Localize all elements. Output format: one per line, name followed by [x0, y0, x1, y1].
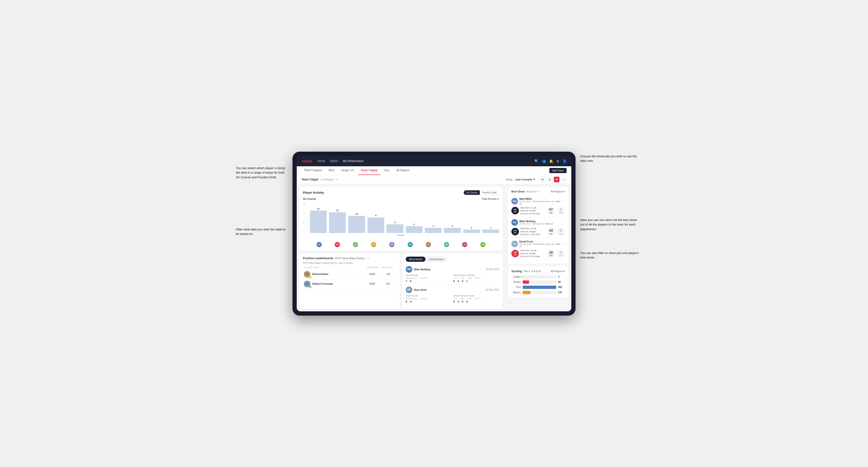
shot-chevron-3[interactable]: ›	[564, 242, 565, 246]
lb-drill[interactable]: PUTT Must Make Putting ... ▾	[335, 257, 396, 260]
tab-tour[interactable]: Tour	[381, 166, 392, 175]
act-practice-group-2: Total Practice Activities GTTAPPARGPUTT …	[453, 294, 499, 303]
avatar-9: RO	[480, 242, 486, 247]
shot-yds-2: 43 yds	[547, 228, 555, 236]
rank-badge-2: 2	[309, 285, 311, 288]
shot-avatar-3: DF	[512, 241, 518, 247]
act-avatar-1: BM	[406, 266, 412, 273]
shot-badge-2: 200SG	[512, 228, 519, 236]
edit-icon[interactable]: ✏	[336, 178, 338, 181]
chevron-down-icon: ▾	[564, 190, 565, 193]
nav-links: Home Teams My Performance	[317, 158, 529, 164]
tab-pgat-players[interactable]: PGAT Players	[302, 166, 325, 175]
bar-group-3: 9	[368, 214, 384, 233]
shot-yds-3: 16 yds	[547, 250, 555, 258]
lb-avg-2: 107	[381, 283, 395, 285]
shot-stats-row-2: 200SG Shot Dist: 43 ydsStart Lie: RoughE…	[512, 227, 565, 236]
bar-6[interactable]	[425, 228, 441, 233]
players-filter[interactable]: All Players ▾	[551, 270, 565, 273]
view-list-icon[interactable]: ⊟	[547, 177, 552, 182]
bar-group-0: 13	[310, 208, 327, 233]
shot-player-row-2: BM Blair McHarg 23 Jul 2023 · Ashridge G…	[512, 219, 565, 226]
toggle-on-course[interactable]: On Course	[464, 190, 480, 195]
bar-0[interactable]	[310, 211, 327, 233]
bar-group-8: 2	[463, 226, 480, 233]
bar-9[interactable]	[483, 229, 499, 233]
bar-1[interactable]	[329, 212, 346, 233]
users-icon[interactable]: 👥	[542, 159, 546, 163]
chevron-down-icon: ▾	[498, 197, 499, 200]
shot-chevron-1[interactable]: ›	[564, 199, 565, 203]
act-player-name-2: Rees Britt	[414, 288, 427, 291]
player-name-lb-2: Edward Crossman	[312, 283, 363, 285]
nav-link-teams[interactable]: Teams	[330, 158, 338, 164]
most-active-card: Most Active Least Active BM Blair McHarg…	[402, 253, 502, 309]
shot-desc-3: Shot Dist: 16 ydsStart Lie: RoughEnd Lie…	[520, 249, 545, 258]
add-team-button[interactable]: Add Team	[549, 168, 566, 173]
nav-link-home[interactable]: Home	[317, 158, 325, 164]
nav-link-performance[interactable]: My Performance	[343, 158, 364, 164]
annotation-bottom-right: You can also filter to show just one pla…	[580, 251, 642, 260]
bar-8[interactable]	[463, 229, 480, 233]
shot-stats-row-3: 198SG Shot Dist: 16 ydsStart Lie: RoughE…	[512, 249, 565, 258]
shot-stats-row-1: 200SG Shot Dist: 67 ydsStart Lie: RoughE…	[512, 206, 565, 215]
x-axis-label: Players	[303, 234, 499, 237]
bar-group-9: 2	[483, 226, 499, 233]
tab-most-active[interactable]: Most Active	[406, 257, 426, 262]
period-selector[interactable]: Last 3 months ▾	[515, 178, 535, 181]
team-count: | 14 Players	[320, 178, 334, 181]
search-icon[interactable]: 🔍	[534, 159, 538, 163]
y-axis: 15 10 5 0	[303, 203, 305, 233]
view-heart-icon[interactable]: ♥	[554, 177, 559, 182]
plus-circle-icon[interactable]: ⊕	[556, 159, 559, 163]
act-player-name-1: Blair McHarg	[414, 268, 430, 271]
lb-score-1: 19/20	[365, 273, 379, 276]
best-shots-header: Best Shots All Shots ▾ All Players ▾	[512, 190, 565, 193]
shot-chevron-2[interactable]: ›	[564, 221, 565, 224]
leaderboard-card: Practice Leaderboards PUTT Must Make Put…	[300, 253, 400, 309]
tab-least-active[interactable]: Least Active	[426, 257, 446, 262]
chevron-down-icon: ▾	[564, 270, 565, 273]
card-title: Player Activity	[303, 191, 462, 194]
tab-team-clippd[interactable]: Team Clippd	[358, 166, 380, 175]
avatars-row: MCBRFOCOEBBIBUMICRRO	[303, 242, 499, 247]
tab-hcaps[interactable]: Hcaps 1-5	[338, 166, 357, 175]
tab-all-players[interactable]: All Players	[393, 166, 412, 175]
shots-tab-all[interactable]: All Shots	[526, 190, 536, 193]
bar-7[interactable]	[444, 228, 461, 233]
bar-2[interactable]	[348, 216, 365, 233]
bar-5[interactable]	[406, 226, 423, 233]
shots-chevron: ▾	[538, 190, 539, 193]
act-date-1: 26 Aug 2023	[486, 268, 499, 271]
lb-cols: PLAYER NAME PB SCORE PB AVG SQ	[303, 266, 396, 269]
avatar-7: MI	[444, 242, 449, 247]
lb-sub: PUTT Must Make Putting (3-6 ft), Last 3 …	[303, 262, 396, 264]
shots-tab-best[interactable]: Best Shots	[512, 190, 525, 193]
shot-badge-3: 198SG	[512, 250, 519, 257]
right-panel: Best Shots All Shots ▾ All Players ▾ MM	[505, 184, 571, 311]
all-players-dropdown[interactable]: All Players ▾	[551, 190, 565, 193]
shot-player-info-2: Blair McHarg 23 Jul 2023 · Ashridge GC, …	[519, 220, 553, 225]
act-rounds-group: Total Rounds TournamentPractice 76	[406, 274, 452, 283]
annotation-bottom-left: Filter what data you wish the table to b…	[236, 227, 288, 236]
card-header: Player Activity On Course Practice Drill…	[303, 190, 499, 195]
par-filter[interactable]: Par 3, 4 & 5s ▾	[524, 270, 541, 273]
view-grid-icon[interactable]: ⊞	[540, 177, 545, 182]
bell-icon[interactable]: 🔔	[549, 159, 553, 163]
show-label: Show:	[506, 178, 513, 181]
bar-3[interactable]	[368, 217, 384, 233]
tablet-frame: clippd Home Teams My Performance 🔍 👥 🔔 ⊕…	[292, 152, 576, 316]
avatar-2: FO	[353, 242, 358, 247]
player-name-lb-1: Richard Butler	[312, 273, 363, 276]
tab-pga[interactable]: PGA	[326, 166, 337, 175]
total-rounds-dropdown[interactable]: Total Rounds ▾	[482, 197, 499, 200]
rank-badge-1: 1	[309, 276, 311, 279]
toggle-practice-drills[interactable]: Practice Drills	[480, 190, 499, 195]
view-icons: ⊞ ⊟ ♥ ≡	[540, 177, 566, 182]
bar-group-2: 10	[348, 213, 365, 233]
scoring-bars: Eagles3Birdies96Pars499Bogeys115	[512, 275, 565, 294]
user-avatar[interactable]: 👤	[563, 159, 566, 163]
bar-4[interactable]	[386, 224, 403, 233]
act-date-2: 02 Sep 2023	[486, 288, 499, 291]
view-bars-icon[interactable]: ≡	[561, 177, 566, 182]
